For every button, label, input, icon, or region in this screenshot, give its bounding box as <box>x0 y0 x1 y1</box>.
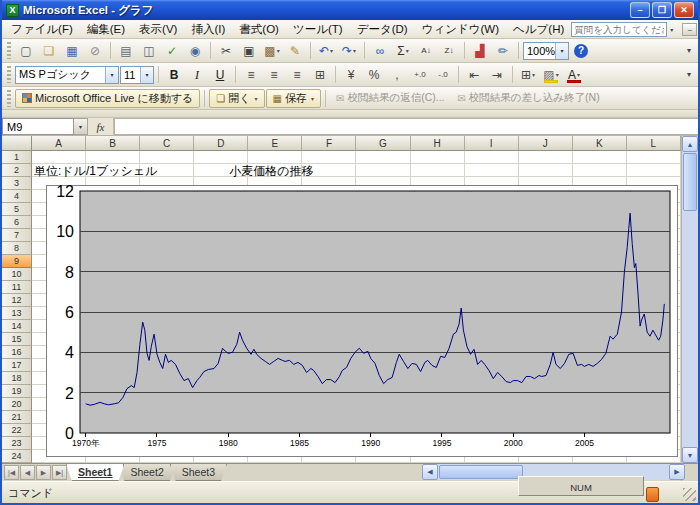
chevron-down-icon[interactable]: ▾ <box>577 71 580 78</box>
research-button[interactable]: ◉ <box>184 41 206 61</box>
vertical-scrollbar-thumb[interactable] <box>683 153 697 211</box>
row-header-2[interactable]: 2 <box>2 164 32 177</box>
chevron-down-icon[interactable]: ▾ <box>311 95 314 102</box>
row-header-12[interactable]: 12 <box>2 294 32 307</box>
maximize-button[interactable]: ❐ <box>652 2 672 18</box>
row-header-5[interactable]: 5 <box>2 203 32 216</box>
scroll-down-icon[interactable]: ▼ <box>682 447 698 463</box>
decrease-indent-button[interactable]: ⇤ <box>463 65 485 85</box>
row-header-4[interactable]: 4 <box>2 190 32 203</box>
menu-item-3[interactable]: 挿入(I) <box>184 21 232 38</box>
align-right-button[interactable]: ≡ <box>286 65 308 85</box>
cut-button[interactable]: ✂ <box>215 41 237 61</box>
wheat-price-chart[interactable]: 0246810121970年19751980198519901995200020… <box>46 185 678 457</box>
toolbar-grip[interactable] <box>7 90 11 107</box>
tab-scroll-button-1[interactable]: ◀ <box>20 465 35 480</box>
vertical-scrollbar-track[interactable] <box>682 212 698 447</box>
column-header-F[interactable]: F <box>302 136 356 151</box>
chevron-down-icon[interactable]: ▾ <box>330 47 333 54</box>
toolbar-options-chevron[interactable]: ▾ <box>682 41 696 61</box>
menu-item-2[interactable]: 表示(V) <box>132 21 184 38</box>
percent-style-button[interactable]: % <box>363 65 385 85</box>
menu-item-8[interactable]: ヘルプ(H) <box>506 21 571 38</box>
insert-function-button[interactable]: fx <box>88 118 114 135</box>
hyperlink-button[interactable]: ∞ <box>369 41 391 61</box>
font-color-button[interactable]: A▾ <box>563 65 585 85</box>
bold-button[interactable]: B <box>163 65 185 85</box>
row-header-16[interactable]: 16 <box>2 346 32 359</box>
row-header-7[interactable]: 7 <box>2 229 32 242</box>
drawing-button[interactable]: ✏ <box>492 41 514 61</box>
align-left-button[interactable]: ≡ <box>240 65 262 85</box>
autosum-button[interactable]: Σ▾ <box>392 41 414 61</box>
ime-indicator-button[interactable] <box>646 487 659 502</box>
row-header-3[interactable]: 3 <box>2 177 32 190</box>
row-header-20[interactable]: 20 <box>2 398 32 411</box>
chevron-down-icon[interactable]: ▾ <box>555 43 568 59</box>
menu-item-0[interactable]: ファイル(F) <box>4 21 80 38</box>
scroll-right-icon[interactable]: ▶ <box>669 464 685 480</box>
font-combo[interactable]: MS Pゴシック▾ <box>15 66 119 84</box>
tab-scroll-button-2[interactable]: ▶ <box>36 465 51 480</box>
column-header-A[interactable]: A <box>32 136 86 151</box>
name-box[interactable]: M9 <box>2 118 74 135</box>
row-header-17[interactable]: 17 <box>2 359 32 372</box>
menu-item-5[interactable]: ツール(T) <box>286 21 350 38</box>
print-preview-button[interactable]: ◫ <box>138 41 160 61</box>
sort-descending-button[interactable]: Z↓ <box>438 41 460 61</box>
scroll-left-icon[interactable]: ◀ <box>422 464 438 480</box>
chevron-down-icon[interactable]: ▾ <box>140 67 153 83</box>
currency-style-button[interactable]: ¥ <box>340 65 362 85</box>
select-all-corner[interactable] <box>2 136 32 151</box>
column-header-G[interactable]: G <box>356 136 410 151</box>
horizontal-scrollbar-thumb[interactable] <box>439 465 523 479</box>
live-save-button[interactable]: ▦ 保存 ▾ <box>266 89 321 108</box>
row-header-22[interactable]: 22 <box>2 424 32 437</box>
zoom-combo[interactable]: 100%▾ <box>523 42 569 60</box>
font-size-combo[interactable]: 11▾ <box>120 66 154 84</box>
chevron-down-icon[interactable]: ▾ <box>74 118 88 135</box>
row-header-21[interactable]: 21 <box>2 411 32 424</box>
tab-scroll-button-0[interactable]: |◀ <box>4 465 19 480</box>
copy-button[interactable]: ▣ <box>238 41 260 61</box>
row-header-6[interactable]: 6 <box>2 216 32 229</box>
formula-input[interactable] <box>114 118 698 135</box>
toolbar-grip[interactable] <box>7 42 11 59</box>
column-header-B[interactable]: B <box>86 136 140 151</box>
chevron-down-icon[interactable]: ▾ <box>255 95 258 102</box>
sort-ascending-button[interactable]: A↓ <box>415 41 437 61</box>
live-open-button[interactable]: ❏ 開く ▾ <box>209 89 264 108</box>
column-header-C[interactable]: C <box>140 136 194 151</box>
workbook-minimize-button[interactable]: – <box>682 23 697 36</box>
row-header-14[interactable]: 14 <box>2 320 32 333</box>
row-header-8[interactable]: 8 <box>2 242 32 255</box>
toolbar-grip[interactable] <box>7 66 11 83</box>
borders-button[interactable]: ⊞▾ <box>517 65 539 85</box>
menu-item-6[interactable]: データ(D) <box>350 21 415 38</box>
sheet-tab-sheet1[interactable]: Sheet1 <box>66 464 124 481</box>
question-input[interactable] <box>571 22 667 37</box>
column-header-E[interactable]: E <box>248 136 302 151</box>
paste-button[interactable]: ▩▾ <box>261 41 283 61</box>
help-button[interactable]: ? <box>570 41 592 61</box>
chevron-down-icon[interactable]: ▾ <box>532 71 535 78</box>
row-header-19[interactable]: 19 <box>2 385 32 398</box>
chevron-down-icon[interactable]: ▾ <box>353 47 356 54</box>
sheet-tab-sheet3[interactable]: Sheet3 <box>170 464 227 481</box>
decrease-decimal-button[interactable]: -.0 <box>432 65 454 85</box>
format-painter-button[interactable]: ✎ <box>284 41 306 61</box>
open-button[interactable]: ❏ <box>38 41 60 61</box>
vertical-scrollbar[interactable]: ▲ ▼ <box>681 136 698 463</box>
chevron-down-icon[interactable]: ▾ <box>668 26 675 33</box>
chevron-down-icon[interactable]: ▾ <box>556 71 559 78</box>
column-header-J[interactable]: J <box>519 136 573 151</box>
increase-indent-button[interactable]: ⇥ <box>486 65 508 85</box>
menu-item-7[interactable]: ウィンドウ(W) <box>415 21 506 38</box>
new-document-button[interactable]: ▢ <box>15 41 37 61</box>
column-header-D[interactable]: D <box>194 136 248 151</box>
resize-grip[interactable] <box>683 488 696 501</box>
undo-button[interactable]: ↶▾ <box>315 41 337 61</box>
chevron-down-icon[interactable]: ▾ <box>105 67 118 83</box>
row-header-10[interactable]: 10 <box>2 268 32 281</box>
close-button[interactable]: ✕ <box>674 2 694 18</box>
